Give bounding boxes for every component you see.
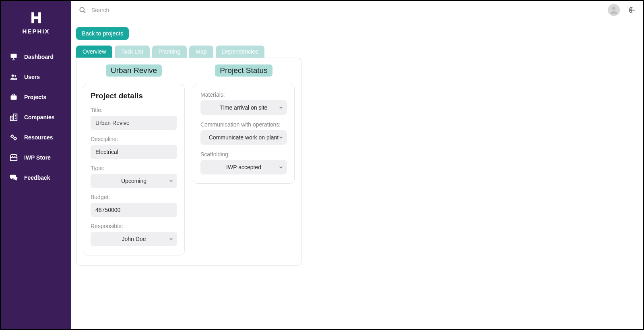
sidebar-item-label: Companies <box>24 114 54 120</box>
budget-input[interactable]: 48750000 <box>91 203 177 217</box>
main: Back to projects Overview Task List Plan… <box>71 1 643 329</box>
svg-point-5 <box>14 75 16 77</box>
search-input[interactable] <box>91 7 252 13</box>
sidebar: HEPHIX Dashboard Users Projects <box>1 1 71 329</box>
chat-icon <box>9 173 19 182</box>
tab-planning[interactable]: Planning <box>152 46 187 58</box>
content: Back to projects Overview Task List Plan… <box>71 19 643 266</box>
type-select[interactable]: Upcoming <box>91 174 177 188</box>
sidebar-item-label: Resources <box>24 134 53 141</box>
scaffolding-label: Scaffolding: <box>200 151 287 158</box>
brand-text: HEPHIX <box>23 28 50 35</box>
sidebar-item-companies[interactable]: Companies <box>1 107 71 127</box>
search-icon <box>78 6 87 14</box>
project-details-card: Project details Title: Urban Revive Desc… <box>83 84 185 255</box>
sidebar-item-users[interactable]: Users <box>1 67 71 87</box>
discipline-label: Descipline: <box>91 136 177 142</box>
avatar[interactable] <box>608 4 620 16</box>
svg-rect-2 <box>31 17 41 19</box>
project-details-heading: Project details <box>91 91 177 100</box>
buildings-icon <box>9 113 19 122</box>
responsible-select-value: John Doe <box>122 236 146 242</box>
sidebar-item-resources[interactable]: Resources <box>1 127 71 147</box>
chevron-down-icon <box>169 237 173 241</box>
svg-point-12 <box>612 7 615 10</box>
type-select-value: Upcoming <box>121 178 147 184</box>
overview-panel: Urban Revive Project details Title: Urba… <box>76 58 301 266</box>
sidebar-item-dashboard[interactable]: Dashboard <box>1 47 71 67</box>
budget-label: Budget: <box>91 194 177 200</box>
chevron-down-icon <box>279 165 283 169</box>
tabs: Overview Task List Planning Map Dependen… <box>76 46 638 58</box>
brand-logo: HEPHIX <box>1 1 71 43</box>
tab-map[interactable]: Map <box>189 46 213 58</box>
search <box>78 6 601 14</box>
back-to-projects-button[interactable]: Back to projects <box>76 27 129 40</box>
title-label: Title: <box>91 107 177 113</box>
discipline-input[interactable]: Electrical <box>91 145 177 159</box>
responsible-label: Responsible: <box>91 223 177 229</box>
communication-label: Communication with operations: <box>200 121 287 128</box>
svg-point-4 <box>12 75 14 77</box>
sidebar-item-projects[interactable]: Projects <box>1 87 71 107</box>
materials-label: Materials: <box>200 91 287 98</box>
chevron-down-icon <box>279 135 283 139</box>
svg-rect-3 <box>11 54 17 58</box>
brand-icon <box>29 11 43 25</box>
logout-icon[interactable] <box>627 6 636 15</box>
tab-task-list[interactable]: Task List <box>115 46 149 58</box>
sidebar-item-feedback[interactable]: Feedback <box>1 168 71 188</box>
presentation-icon <box>9 52 19 61</box>
sidebar-item-iwp-store[interactable]: IWP Store <box>1 147 71 168</box>
chevron-down-icon <box>279 106 283 110</box>
svg-rect-7 <box>10 116 13 120</box>
scaffolding-select-value: IWP accepted <box>226 164 261 170</box>
svg-point-9 <box>11 135 13 138</box>
sidebar-item-label: Users <box>24 74 40 80</box>
project-title-pill: Urban Revive <box>106 64 162 77</box>
project-status-card: Materials: Time arrival on site Communic… <box>193 84 295 184</box>
svg-rect-6 <box>11 95 17 100</box>
briefcase-icon <box>9 93 19 102</box>
topbar <box>71 1 643 19</box>
chevron-down-icon <box>169 179 173 183</box>
app-root: HEPHIX Dashboard Users Projects <box>0 0 644 330</box>
sidebar-item-label: Feedback <box>24 174 50 181</box>
materials-select[interactable]: Time arrival on site <box>200 100 287 115</box>
sidebar-nav: Dashboard Users Projects Companies <box>1 43 71 188</box>
tab-dependencies[interactable]: Dependencies <box>216 46 265 58</box>
type-label: Type: <box>91 165 177 171</box>
materials-select-value: Time arrival on site <box>220 104 268 111</box>
sidebar-item-label: IWP Store <box>24 154 51 161</box>
svg-point-10 <box>14 137 16 140</box>
store-icon <box>9 153 19 162</box>
project-status-pill: Project Status <box>215 64 272 77</box>
users-icon <box>9 73 19 81</box>
responsible-select[interactable]: John Doe <box>91 232 177 246</box>
cogs-icon <box>9 133 19 142</box>
communication-select-value: Communicate work on plant <box>209 134 279 141</box>
sidebar-item-label: Projects <box>24 94 46 100</box>
tab-overview[interactable]: Overview <box>76 46 112 58</box>
title-input[interactable]: Urban Revive <box>91 116 177 130</box>
sidebar-item-label: Dashboard <box>24 54 54 60</box>
scaffolding-select[interactable]: IWP accepted <box>200 160 287 174</box>
communication-select[interactable]: Communicate work on plant <box>200 130 287 145</box>
